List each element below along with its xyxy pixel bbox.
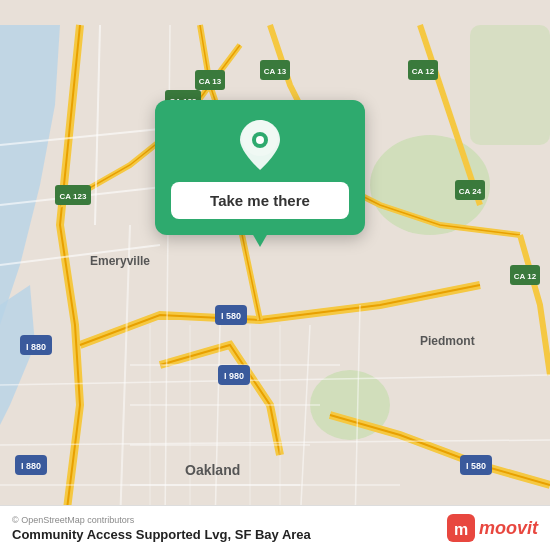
svg-text:I 880: I 880 (26, 342, 46, 352)
place-name: Community Access Supported Lvg, SF Bay A… (12, 527, 311, 542)
svg-text:I 580: I 580 (466, 461, 486, 471)
take-me-there-button[interactable]: Take me there (171, 182, 349, 219)
bottom-info: © OpenStreetMap contributors Community A… (12, 515, 311, 542)
svg-text:I 980: I 980 (224, 371, 244, 381)
bottom-bar: © OpenStreetMap contributors Community A… (0, 505, 550, 550)
svg-text:Piedmont: Piedmont (420, 334, 475, 348)
svg-text:CA 123: CA 123 (60, 192, 87, 201)
moovit-icon: m (447, 514, 475, 542)
svg-text:CA 24: CA 24 (459, 187, 482, 196)
attribution-text: © OpenStreetMap contributors (12, 515, 311, 525)
svg-text:I 580: I 580 (221, 311, 241, 321)
svg-text:Emeryville: Emeryville (90, 254, 150, 268)
moovit-logo: m moovit (447, 514, 538, 542)
moovit-text: moovit (479, 518, 538, 539)
svg-text:CA 13: CA 13 (264, 67, 287, 76)
popup-card: Take me there (155, 100, 365, 235)
svg-text:Oakland: Oakland (185, 462, 240, 478)
svg-text:CA 12: CA 12 (514, 272, 537, 281)
map-background: I 880 I 880 I 580 I 580 I 980 CA 123 CA … (0, 0, 550, 550)
svg-text:CA 12: CA 12 (412, 67, 435, 76)
svg-text:CA 13: CA 13 (199, 77, 222, 86)
location-pin-icon (240, 120, 280, 170)
map-container: I 880 I 880 I 580 I 580 I 980 CA 123 CA … (0, 0, 550, 550)
svg-text:I 880: I 880 (21, 461, 41, 471)
svg-rect-3 (470, 25, 550, 145)
svg-point-53 (256, 136, 264, 144)
popup-tail (252, 233, 268, 247)
svg-text:m: m (454, 521, 468, 538)
